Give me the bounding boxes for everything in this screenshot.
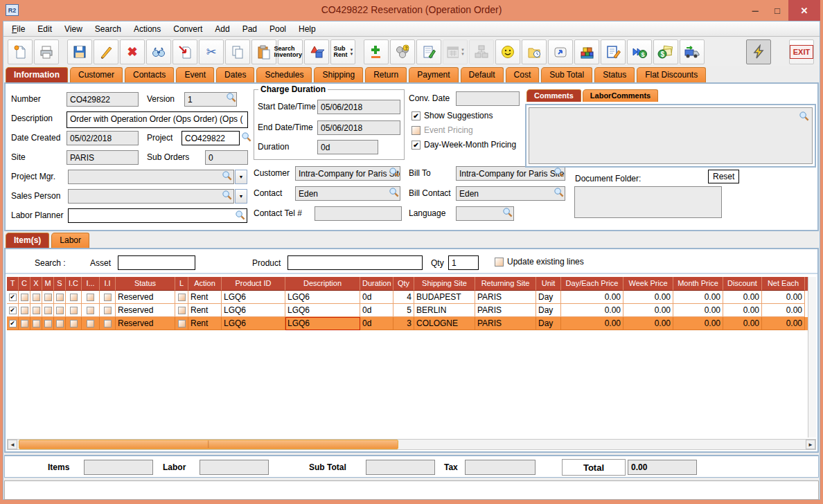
checkbox-icon[interactable] <box>9 320 17 327</box>
checkbox-icon[interactable] <box>44 307 52 314</box>
tab-schedules[interactable]: Schedules <box>256 67 312 82</box>
search-inventory-button[interactable]: Search Inventory ▼▼ <box>278 39 303 64</box>
project-mgr-field[interactable] <box>68 170 234 184</box>
cell-l[interactable] <box>175 317 188 330</box>
maximize-icon[interactable]: □ <box>766 0 788 21</box>
tab-shipping[interactable]: Shipping <box>314 67 363 82</box>
end-date-field[interactable]: 05/06/2018 <box>317 120 400 135</box>
tab-customer[interactable]: Customer <box>70 67 123 82</box>
cell-returning-site[interactable]: PARIS <box>475 291 536 304</box>
column-header[interactable]: I... <box>82 277 100 291</box>
cell-duration[interactable]: 0d <box>360 304 393 317</box>
cell-qty[interactable]: 3 <box>393 317 414 330</box>
menu-pool[interactable]: Pool <box>269 24 286 34</box>
checkbox-icon[interactable] <box>412 141 421 150</box>
cell-week-price[interactable]: 0.00 <box>623 317 673 330</box>
horizontal-scrollbar[interactable]: ◄ ⎪ ► <box>7 439 816 450</box>
cell-action[interactable]: Rent <box>188 291 222 304</box>
sub-orders-field[interactable]: 0 <box>205 150 248 165</box>
cell-description[interactable]: LGQ6 <box>285 291 360 304</box>
flag-cell[interactable] <box>100 317 116 330</box>
update-existing-lines-checkbox[interactable]: Update existing lines <box>495 257 584 267</box>
menu-search[interactable]: Search <box>95 24 121 34</box>
date-created-field[interactable]: 05/02/2018 <box>67 131 139 145</box>
checkbox-icon[interactable] <box>70 320 78 327</box>
column-header[interactable]: C <box>19 277 30 291</box>
flag-cell[interactable] <box>42 291 54 304</box>
flag-cell[interactable] <box>19 291 30 304</box>
checkbox-icon[interactable] <box>21 320 28 327</box>
comments-textarea[interactable] <box>529 107 813 164</box>
exit-button[interactable]: EXIT <box>789 39 814 64</box>
flag-cell[interactable] <box>54 317 66 330</box>
checkbox-icon[interactable] <box>44 294 52 301</box>
product-input[interactable] <box>287 255 423 270</box>
scrollbar-thumb[interactable]: ⎪ <box>19 440 398 449</box>
cell-week-price[interactable]: 0.00 <box>623 291 673 304</box>
menu-view[interactable]: View <box>64 24 82 34</box>
cell-discount[interactable]: 0.00 <box>723 317 762 330</box>
column-header[interactable]: Discount <box>723 277 762 291</box>
checkbox-icon[interactable] <box>104 294 112 301</box>
column-header[interactable]: Net Each <box>762 277 805 291</box>
cell-unit[interactable]: Day <box>536 304 561 317</box>
checkbox-icon[interactable] <box>21 307 28 314</box>
print-button[interactable] <box>34 39 59 64</box>
qty-input[interactable]: 1 <box>448 255 479 270</box>
menu-convert[interactable]: Convert <box>173 24 202 34</box>
cell-net-each[interactable]: 0.00 <box>762 304 805 317</box>
new-document-button[interactable] <box>8 39 33 64</box>
flag-cell[interactable] <box>66 317 82 330</box>
tab-labor[interactable]: Labor <box>51 233 89 248</box>
sales-person-dropdown[interactable]: ▼ <box>235 189 247 204</box>
checkbox-icon[interactable] <box>33 307 40 314</box>
menu-edit[interactable]: Edit <box>37 24 52 34</box>
cell-description[interactable]: LGQ6 <box>285 304 360 317</box>
checkbox-icon[interactable] <box>56 294 64 301</box>
menu-add[interactable]: Add <box>215 24 229 34</box>
checkbox-icon[interactable] <box>33 294 40 301</box>
flag-cell[interactable] <box>66 304 82 317</box>
column-header[interactable]: M <box>42 277 54 291</box>
search-icon[interactable] <box>226 92 236 102</box>
column-header[interactable]: Shipping Site <box>414 277 475 291</box>
tab-status[interactable]: Status <box>594 67 635 82</box>
flag-cell[interactable] <box>19 304 30 317</box>
cell-action[interactable]: Rent <box>188 317 222 330</box>
checkbox-icon[interactable] <box>178 307 186 314</box>
search-icon[interactable] <box>235 210 245 220</box>
cell-discount[interactable]: 0.00 <box>723 304 762 317</box>
history-folder-button[interactable] <box>522 39 547 64</box>
flag-cell[interactable] <box>30 317 42 330</box>
cell-qty[interactable]: 5 <box>393 304 414 317</box>
tab-return[interactable]: Return <box>365 67 407 82</box>
save-button[interactable] <box>67 39 92 64</box>
invoice-button[interactable]: $ <box>653 39 678 64</box>
menu-actions[interactable]: Actions <box>134 24 161 34</box>
cell-unit[interactable]: Day <box>536 317 561 330</box>
checkbox-icon[interactable] <box>21 294 28 301</box>
column-header[interactable]: Week Price <box>623 277 673 291</box>
cell-discount[interactable]: 0.00 <box>723 291 762 304</box>
checkbox-icon[interactable] <box>56 320 64 327</box>
tab-information[interactable]: Information <box>6 67 68 82</box>
checkbox-icon[interactable] <box>33 320 40 327</box>
add-line-button[interactable] <box>364 39 389 64</box>
cell-net-each[interactable]: 0.00 <box>762 291 805 304</box>
start-date-field[interactable]: 05/06/2018 <box>317 100 400 114</box>
checkbox-icon[interactable] <box>495 258 504 267</box>
day-week-month-checkbox[interactable]: Day-Week-Month Pricing <box>412 140 516 150</box>
delete-button[interactable]: ✖ <box>120 39 145 64</box>
column-header[interactable]: Month Price <box>673 277 723 291</box>
checkbox-icon[interactable] <box>178 320 186 327</box>
flag-cell[interactable] <box>100 291 116 304</box>
column-header[interactable]: S <box>54 277 66 291</box>
flag-cell[interactable] <box>66 291 82 304</box>
column-header[interactable]: Day/Each Price <box>561 277 623 291</box>
cell-day-each-price[interactable]: 0.00 <box>561 304 623 317</box>
scroll-right-icon[interactable]: ► <box>806 440 815 449</box>
tab-flat-discounts[interactable]: Flat Discounts <box>637 67 706 82</box>
shapes-button[interactable] <box>304 39 329 64</box>
search-icon[interactable] <box>222 170 232 181</box>
shortcut-key-button[interactable] <box>548 39 573 64</box>
